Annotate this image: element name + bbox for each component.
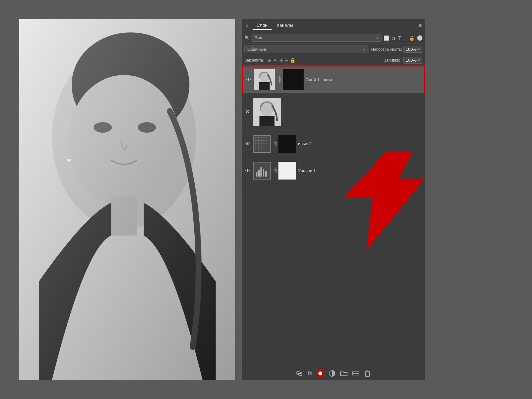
lock-all-icon[interactable]: 🔒 — [290, 58, 295, 63]
svg-rect-34 — [258, 170, 260, 177]
layer-3-link — [273, 139, 277, 149]
svg-rect-8 — [19, 19, 235, 380]
layer-1-link — [277, 75, 282, 85]
canvas-area — [19, 19, 235, 380]
layer-item-2[interactable]: 👁 — [242, 94, 425, 130]
layers-panel: ✕ Слои Каналы ≡ 🔍 Вид ∨ ⬜ ◑ T ⌐ 🔒 — [242, 19, 425, 380]
shape-filter-icon[interactable]: ⌐ — [404, 35, 406, 41]
layer-item-4[interactable]: 👁 — [242, 157, 425, 184]
layers-list: 👁 — [242, 66, 425, 367]
blend-mode-row: Обычные ∨ Непрозрачность: 100% ∨ — [242, 44, 425, 55]
layer-2-visibility[interactable]: 👁 — [244, 109, 251, 115]
blend-mode-arrow: ∨ — [363, 48, 365, 51]
lock-artboard-icon[interactable]: ⌐ — [285, 58, 288, 63]
tab-channels[interactable]: Каналы — [273, 21, 297, 30]
panel-scroll-area: 👁 — [242, 66, 425, 367]
search-icon: 🔍 — [244, 35, 250, 40]
histogram-icon — [255, 164, 268, 177]
filter-toggle[interactable] — [417, 35, 422, 41]
opacity-row: Непрозрачность: 100% ∨ — [371, 46, 422, 53]
svg-rect-39 — [278, 162, 296, 180]
filter-dropdown-arrow: ∨ — [376, 36, 379, 40]
folder-icon — [340, 370, 347, 377]
panel-header: ✕ Слои Каналы ≡ — [242, 19, 425, 32]
panel-menu-button[interactable]: ≡ — [419, 23, 422, 28]
blend-mode-select[interactable]: Обычные ∨ — [244, 46, 368, 53]
filter-select[interactable]: Вид ∨ — [252, 34, 381, 42]
adjustment-layer-button[interactable] — [328, 370, 336, 377]
svg-rect-14 — [283, 69, 304, 90]
layer-3-mask-svg — [278, 135, 296, 153]
svg-point-11 — [260, 73, 269, 83]
layer-3-visibility[interactable]: 👁 — [244, 141, 251, 147]
svg-rect-18 — [259, 116, 275, 126]
layer-1-name: Слой 1 копия — [306, 77, 421, 82]
opacity-input[interactable]: 100% ∨ — [403, 46, 422, 53]
layer-4-visibility[interactable]: 👁 — [244, 167, 251, 174]
svg-point-43 — [318, 371, 322, 375]
link-layer-button[interactable] — [296, 370, 303, 377]
layer-3-name: ивые 2 — [298, 141, 422, 146]
layer-1-mask — [283, 69, 304, 90]
svg-rect-33 — [256, 172, 257, 177]
layer-4-adj-icon — [253, 162, 271, 180]
svg-rect-46 — [352, 374, 359, 375]
layer-item-1[interactable]: 👁 — [242, 66, 425, 94]
layer-1-thumb — [254, 69, 275, 90]
tab-layers[interactable]: Слои — [253, 21, 272, 30]
smartobject-filter-icon[interactable]: 🔒 — [409, 35, 415, 41]
layer-item-3[interactable]: 👁 — [242, 130, 425, 157]
link-icon — [296, 370, 303, 377]
text-filter-icon[interactable]: T — [398, 35, 401, 41]
lock-icons: ⊞ ✏ ✛ ⌐ 🔒 — [268, 58, 295, 63]
panel-header-left: ✕ Слои Каналы — [245, 21, 297, 30]
filter-bar: 🔍 Вид ∨ ⬜ ◑ T ⌐ 🔒 — [242, 32, 425, 44]
fx-button[interactable]: fx — [308, 370, 312, 376]
opacity-value-text: 100% — [406, 47, 417, 52]
layer-1-visibility[interactable]: 👁 — [245, 76, 252, 83]
delete-layer-button[interactable] — [364, 370, 371, 377]
new-layer-mask-button[interactable] — [317, 370, 324, 377]
chain-icon-3 — [273, 141, 277, 147]
svg-rect-31 — [278, 135, 296, 153]
svg-rect-37 — [265, 171, 267, 177]
image-filter-icon[interactable]: ⬜ — [383, 35, 389, 41]
filter-icons: ⬜ ◑ T ⌐ 🔒 — [383, 35, 422, 41]
fill-value-text: 100% — [406, 58, 417, 63]
blend-mode-label: Обычные — [247, 47, 266, 52]
chain-icon-4 — [273, 167, 277, 174]
bottom-toolbar: fx — [242, 367, 425, 380]
lock-position-icon[interactable]: ✛ — [279, 58, 283, 63]
clip-icon — [352, 370, 359, 377]
mask-icon — [317, 370, 324, 377]
svg-rect-36 — [263, 169, 264, 177]
eye-icon-1: 👁 — [246, 77, 251, 83]
group-layers-button[interactable] — [340, 370, 347, 377]
lock-label: Закрепить: — [244, 58, 264, 63]
clip-layer-button[interactable] — [352, 370, 359, 377]
layer-2-thumb — [253, 98, 281, 126]
portrait-svg — [19, 19, 235, 380]
eye-icon-4: 👁 — [245, 168, 250, 174]
trash-icon — [364, 370, 371, 377]
lock-row: Закрепить: ⊞ ✏ ✛ ⌐ 🔒 Заливка: 100% ∨ — [242, 55, 425, 66]
close-button[interactable]: ✕ — [245, 23, 249, 28]
layer-4-mask — [278, 162, 296, 180]
adjustment-icon — [328, 370, 336, 377]
opacity-label: Непрозрачность: — [371, 47, 402, 52]
lock-pixels-icon[interactable]: ✏ — [274, 58, 277, 63]
eye-icon-2: 👁 — [245, 109, 250, 115]
layer-1-mask-svg — [283, 69, 304, 90]
layer-2-thumb-svg — [253, 98, 281, 126]
svg-point-17 — [261, 103, 273, 117]
svg-rect-35 — [260, 167, 262, 177]
layer-3-adj-icon — [253, 135, 271, 153]
fill-label: Заливка: — [384, 58, 400, 63]
layer-4-name: Уровни 1 — [298, 168, 422, 173]
fill-input[interactable]: 100% ∨ — [403, 57, 422, 64]
svg-rect-48 — [365, 372, 369, 376]
svg-rect-12 — [259, 82, 270, 90]
opacity-arrow: ∨ — [418, 48, 420, 51]
adjustment-filter-icon[interactable]: ◑ — [392, 35, 396, 41]
lock-transparent-icon[interactable]: ⊞ — [268, 58, 272, 63]
